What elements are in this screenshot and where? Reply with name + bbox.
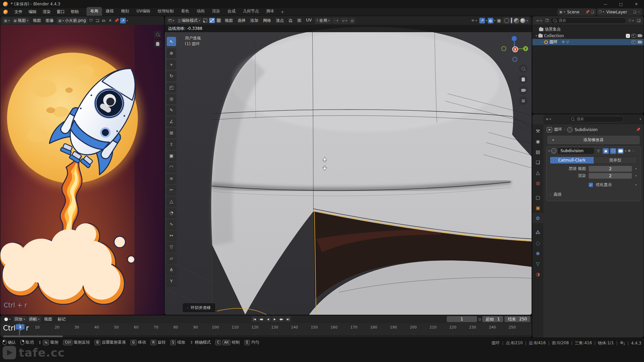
solid-shading-icon[interactable] bbox=[511, 17, 513, 23]
rendered-shading-icon[interactable] bbox=[520, 18, 525, 23]
view-menu[interactable]: 视图 bbox=[42, 316, 55, 323]
add-cube-icon[interactable]: ⊞ bbox=[167, 128, 176, 137]
open-image-icon[interactable]: 🗁 bbox=[101, 18, 107, 23]
workspace-tab-6[interactable]: 动画 bbox=[193, 7, 208, 16]
viewlayer-selector[interactable]: ❐▾ ViewLayer ❏ ✕ bbox=[597, 9, 642, 15]
transform-icon[interactable]: ◎ bbox=[167, 94, 176, 103]
add-workspace-button[interactable]: + bbox=[278, 8, 287, 16]
viewport-menu-3[interactable]: 网格 bbox=[261, 17, 273, 24]
marker-menu[interactable]: 标记 bbox=[55, 316, 68, 323]
properties-tab-render[interactable]: ◉ bbox=[532, 136, 543, 146]
new-collection-icon[interactable]: ❏ bbox=[636, 18, 642, 23]
measure-icon[interactable]: ∠ bbox=[167, 117, 176, 126]
topbar-menu-2[interactable]: 渲染 bbox=[40, 8, 54, 16]
outliner-search-input[interactable] bbox=[558, 18, 624, 23]
edit-cage-icon[interactable]: ▽ bbox=[595, 148, 601, 154]
properties-tab-output[interactable]: ▤ bbox=[532, 146, 543, 157]
workspace-tab-4[interactable]: 纹理绘制 bbox=[154, 7, 177, 16]
editor-type-button[interactable]: ≔▾ bbox=[534, 17, 543, 24]
timeline-scrollbar[interactable] bbox=[0, 335, 532, 338]
properties-search[interactable] bbox=[568, 116, 624, 122]
material-shading-icon[interactable] bbox=[514, 18, 519, 23]
tab-simple[interactable]: 简单型 bbox=[594, 157, 637, 164]
filter-objects-icon[interactable]: ❐ bbox=[544, 18, 550, 23]
expand-icon[interactable]: ▾ bbox=[536, 34, 537, 37]
play-icon[interactable]: ▶ bbox=[271, 316, 278, 322]
properties-tab-collection[interactable]: ▢ bbox=[532, 192, 543, 202]
outliner-search[interactable] bbox=[550, 17, 626, 24]
extrude-region-icon[interactable]: ⇧ bbox=[167, 139, 176, 149]
pin-icon[interactable]: 📌 bbox=[114, 18, 119, 23]
animate-dot[interactable]: • bbox=[635, 183, 637, 187]
play-reverse-icon[interactable]: ◀ bbox=[265, 316, 271, 322]
current-frame-field[interactable]: 1 bbox=[447, 316, 477, 322]
editor-type-button[interactable]: 🕐▾ bbox=[2, 316, 12, 322]
topbar-menu-0[interactable]: 文件 bbox=[11, 8, 25, 16]
poly-build-icon[interactable]: △ bbox=[167, 196, 176, 206]
mode-dropdown[interactable]: ⣿编辑模式▾ bbox=[176, 17, 202, 24]
viewport-menu-1[interactable]: 选择 bbox=[235, 17, 248, 24]
properties-tab-particles[interactable]: ⁂ bbox=[532, 227, 543, 238]
viewport-menu-7[interactable]: UV bbox=[304, 17, 314, 24]
optimal-display-checkbox[interactable]: ✓ bbox=[589, 183, 593, 187]
outliner-row-collection[interactable]: ▾ Collection ✓ bbox=[532, 33, 644, 39]
start-frame-field[interactable]: 起始 1 bbox=[482, 316, 503, 322]
blender-menu-icon[interactable] bbox=[3, 10, 8, 14]
prev-keyframe-icon[interactable]: ◀◆ bbox=[258, 316, 264, 322]
viewport-canvas[interactable] bbox=[165, 25, 532, 315]
drag-handle[interactable]: ∷ bbox=[632, 148, 635, 153]
tab-catmull-clark[interactable]: Catmull-Clark bbox=[550, 157, 594, 164]
pan-hand-icon[interactable] bbox=[154, 40, 161, 48]
hide-eye-icon[interactable] bbox=[631, 40, 636, 44]
shrink-flatten-icon[interactable]: ▽ bbox=[167, 242, 176, 251]
viewport-menu-5[interactable]: 边 bbox=[286, 17, 295, 24]
properties-tab-object[interactable]: ▣ bbox=[532, 202, 543, 213]
pivot-point-dropdown[interactable]: ◦▾ bbox=[332, 17, 340, 24]
annotate-icon[interactable]: ✎ bbox=[167, 105, 176, 115]
maximize-button[interactable]: □ bbox=[613, 0, 629, 8]
workspace-tab-5[interactable]: 着色 bbox=[177, 7, 193, 16]
scene-selector[interactable]: ▣▾ Scene 📌 ❏ bbox=[557, 9, 596, 15]
breadcrumb-object[interactable]: 圆环 bbox=[554, 127, 562, 132]
inset-faces-icon[interactable]: ▣ bbox=[167, 151, 176, 160]
pin-icon[interactable]: 📌 bbox=[636, 128, 640, 131]
topbar-menu-1[interactable]: 编辑 bbox=[25, 8, 40, 16]
render-visibility-icon[interactable] bbox=[638, 34, 642, 37]
workspace-tab-3[interactable]: UV编辑 bbox=[133, 7, 154, 16]
unlink-image-icon[interactable]: ✕ bbox=[107, 18, 113, 23]
properties-tab-material[interactable]: ◑ bbox=[532, 269, 543, 279]
properties-tab-world[interactable]: ◍ bbox=[532, 178, 543, 188]
operator-panel[interactable]: › 环切并滑移 bbox=[183, 303, 215, 312]
timeline-ruler[interactable]: 1020304050607080901001101201301401501601… bbox=[0, 323, 532, 335]
visibility-dropdown[interactable]: 👁▾ bbox=[470, 17, 479, 24]
playback-menu[interactable]: 回放▾ bbox=[13, 316, 27, 322]
properties-tab-constraints[interactable]: ⊗ bbox=[532, 248, 543, 258]
shear-icon[interactable]: ▱ bbox=[167, 253, 176, 263]
jump-end-icon[interactable]: ▶| bbox=[285, 316, 291, 322]
minimize-button[interactable]: — bbox=[598, 0, 613, 8]
proportional-edit-icon[interactable]: ◎ bbox=[349, 17, 356, 24]
knife-icon[interactable]: ✂ bbox=[167, 185, 176, 194]
playhead-frame-badge[interactable]: 1 bbox=[16, 324, 24, 329]
filter-dropdown[interactable]: ▽▾ bbox=[627, 17, 635, 24]
viewport-menu-6[interactable]: 面 bbox=[295, 17, 304, 24]
pan-hand-icon[interactable] bbox=[519, 75, 528, 84]
render-display-icon[interactable] bbox=[618, 148, 624, 154]
options-dropdown[interactable]: ▾ bbox=[640, 118, 641, 121]
vertex-select-icon[interactable] bbox=[202, 18, 208, 23]
jump-start-icon[interactable]: |◀ bbox=[251, 316, 258, 322]
advanced-section[interactable]: › 高级 bbox=[546, 191, 641, 198]
animate-dot[interactable]: • bbox=[635, 167, 637, 171]
properties-search-input[interactable] bbox=[576, 117, 621, 122]
workspace-tab-1[interactable]: 建模 bbox=[102, 7, 117, 16]
overlays-toggle-icon[interactable]: ◍ bbox=[488, 18, 493, 23]
workspace-tab-2[interactable]: 雕刻 bbox=[117, 7, 133, 16]
realtime-display-icon[interactable]: 🖵 bbox=[610, 148, 616, 154]
properties-tab-object-data[interactable]: ▽ bbox=[532, 258, 543, 269]
workspace-tab-8[interactable]: 合成 bbox=[224, 7, 239, 16]
edge-select-icon[interactable] bbox=[209, 18, 215, 23]
viewport-menu-4[interactable]: 顶点 bbox=[273, 17, 286, 24]
properties-tab-view-layer[interactable]: ❏ bbox=[532, 157, 543, 167]
zoom-icon[interactable] bbox=[519, 64, 528, 73]
gizmo-toggle-icon[interactable]: ↗ bbox=[120, 18, 126, 23]
